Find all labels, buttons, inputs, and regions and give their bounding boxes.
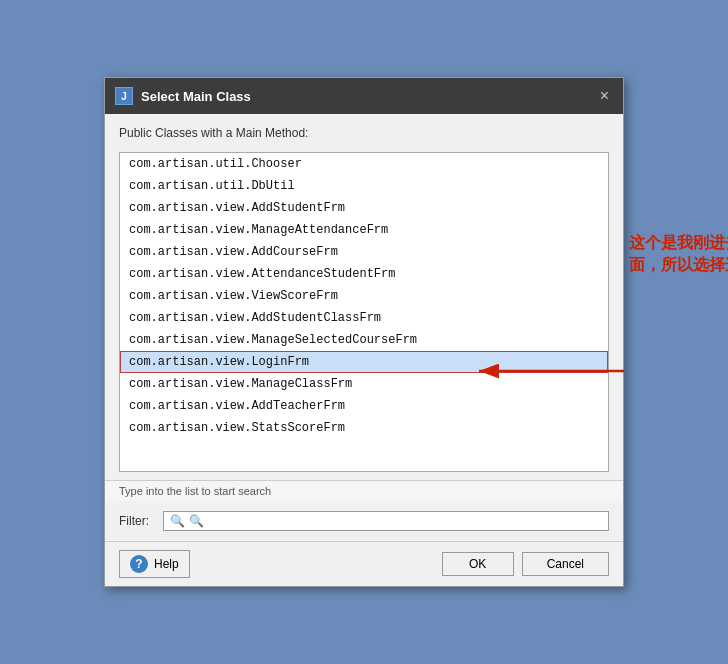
- dialog-body: Public Classes with a Main Method: com.a…: [105, 114, 623, 541]
- section-label: Public Classes with a Main Method:: [119, 126, 609, 140]
- filter-row: Filter: 🔍: [119, 511, 609, 531]
- filter-input-wrapper: 🔍: [163, 511, 609, 531]
- annotation-area: 这个是我刚进去的界面，所以选择这个: [629, 232, 728, 277]
- dialog-footer: ? Help OK Cancel: [105, 541, 623, 586]
- list-item[interactable]: com.artisan.view.AddStudentClassFrm: [120, 307, 608, 329]
- list-item[interactable]: com.artisan.view.AddTeacherFrm: [120, 395, 608, 417]
- list-item[interactable]: com.artisan.view.LoginFrm: [120, 351, 608, 373]
- footer-buttons: OK Cancel: [442, 552, 609, 576]
- list-item[interactable]: com.artisan.util.DbUtil: [120, 175, 608, 197]
- list-container: com.artisan.util.Choosercom.artisan.util…: [119, 152, 609, 472]
- list-item[interactable]: com.artisan.view.ManageAttendanceFrm: [120, 219, 608, 241]
- help-label: Help: [154, 557, 179, 571]
- class-list[interactable]: com.artisan.util.Choosercom.artisan.util…: [119, 152, 609, 472]
- dialog-icon: J: [115, 87, 133, 105]
- list-item[interactable]: com.artisan.view.ManageSelectedCourseFrm: [120, 329, 608, 351]
- ok-button[interactable]: OK: [442, 552, 514, 576]
- help-icon: ?: [130, 555, 148, 573]
- annotation-text: 这个是我刚进去的界面，所以选择这个: [629, 232, 728, 277]
- cancel-button[interactable]: Cancel: [522, 552, 609, 576]
- list-item[interactable]: com.artisan.view.AddStudentFrm: [120, 197, 608, 219]
- list-item[interactable]: com.artisan.view.ManageClassFrm: [120, 373, 608, 395]
- filter-input[interactable]: [189, 514, 602, 528]
- list-item[interactable]: com.artisan.view.AttendanceStudentFrm: [120, 263, 608, 285]
- list-item[interactable]: com.artisan.view.ViewScoreFrm: [120, 285, 608, 307]
- list-wrapper: com.artisan.util.Choosercom.artisan.util…: [119, 152, 609, 472]
- select-main-class-dialog: J Select Main Class × Public Classes wit…: [104, 77, 624, 587]
- help-button[interactable]: ? Help: [119, 550, 190, 578]
- dialog-title: Select Main Class: [141, 89, 251, 104]
- list-item[interactable]: com.artisan.view.AddCourseFrm: [120, 241, 608, 263]
- close-button[interactable]: ×: [596, 86, 613, 106]
- filter-label: Filter:: [119, 514, 157, 528]
- list-item[interactable]: com.artisan.util.Chooser: [120, 153, 608, 175]
- title-bar-left: J Select Main Class: [115, 87, 251, 105]
- list-item[interactable]: com.artisan.view.StatsScoreFrm: [120, 417, 608, 439]
- title-bar: J Select Main Class ×: [105, 78, 623, 114]
- search-hint: Type into the list to start search: [105, 480, 623, 501]
- search-icon: 🔍: [170, 514, 185, 528]
